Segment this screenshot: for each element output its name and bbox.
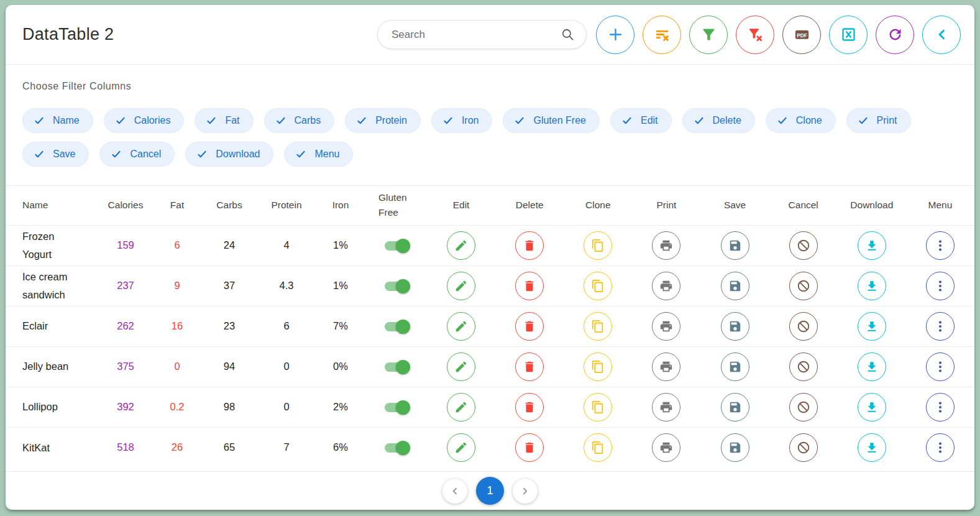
delete-button[interactable] <box>515 393 544 422</box>
chip-label: Iron <box>462 115 479 126</box>
menu-button[interactable] <box>926 272 955 300</box>
clone-button[interactable] <box>584 231 612 260</box>
download-button[interactable] <box>858 352 886 381</box>
filter-chip-fat[interactable]: Fat <box>195 108 253 133</box>
filter-chip-calories[interactable]: Calories <box>104 108 185 133</box>
download-button[interactable] <box>858 272 886 300</box>
save-button[interactable] <box>721 393 749 422</box>
filter-chip-name[interactable]: Name <box>22 108 93 133</box>
print-button[interactable] <box>652 352 680 381</box>
save-button[interactable] <box>721 231 749 260</box>
save-button[interactable] <box>721 272 749 300</box>
export-excel-button[interactable] <box>829 16 868 54</box>
clone-button[interactable] <box>584 433 612 462</box>
clone-button[interactable] <box>584 272 612 300</box>
gluten-free-toggle[interactable] <box>385 443 408 453</box>
download-icon <box>865 239 879 252</box>
edit-button[interactable] <box>447 433 475 462</box>
gluten-free-toggle[interactable] <box>385 403 408 412</box>
next-page-button[interactable] <box>513 479 538 504</box>
menu-button[interactable] <box>926 352 955 381</box>
clear-sort-button[interactable] <box>643 16 681 54</box>
print-button[interactable] <box>652 231 680 260</box>
export-pdf-button[interactable]: PDF <box>782 16 821 54</box>
cancel-button[interactable] <box>789 352 818 381</box>
edit-button[interactable] <box>447 272 475 300</box>
delete-button[interactable] <box>515 312 544 341</box>
cancel-button[interactable] <box>789 433 818 462</box>
gluten-free-toggle[interactable] <box>385 241 408 251</box>
column-header-cancel: Cancel <box>769 186 838 225</box>
filter-icon <box>700 26 717 43</box>
delete-button[interactable] <box>515 272 544 300</box>
delete-button[interactable] <box>515 231 544 260</box>
clone-cell <box>564 225 632 265</box>
menu-button[interactable] <box>926 433 955 462</box>
cancel-button[interactable] <box>789 272 818 300</box>
refresh-button[interactable] <box>876 16 914 54</box>
datatable-card: DataTable 2 PDF Choose Filter Columns Na… <box>6 5 974 510</box>
trash-icon <box>523 279 536 293</box>
search-input[interactable] <box>392 29 561 41</box>
print-button[interactable] <box>652 272 680 300</box>
filter-chip-delete[interactable]: Delete <box>682 108 755 133</box>
download-button[interactable] <box>858 393 886 422</box>
gluten-free-toggle[interactable] <box>385 322 408 331</box>
column-header-delete: Delete <box>495 186 564 225</box>
filter-chip-print[interactable]: Print <box>846 108 911 133</box>
clear-filter-button[interactable] <box>736 16 774 54</box>
clone-button[interactable] <box>584 312 612 341</box>
menu-button[interactable] <box>926 231 955 260</box>
print-button[interactable] <box>652 393 680 422</box>
calories-cell: 375 <box>99 346 152 387</box>
edit-button[interactable] <box>447 352 475 381</box>
menu-button[interactable] <box>926 393 955 422</box>
name-cell: Frozen Yogurt <box>6 225 99 265</box>
filter-chip-menu[interactable]: Menu <box>284 142 353 167</box>
gluten-free-toggle[interactable] <box>385 282 408 291</box>
download-button[interactable] <box>858 433 886 462</box>
edit-cell <box>427 387 495 427</box>
delete-button[interactable] <box>515 352 544 381</box>
collapse-button[interactable] <box>922 16 961 54</box>
clone-button[interactable] <box>584 352 612 381</box>
edit-button[interactable] <box>447 393 475 422</box>
cancel-button[interactable] <box>789 231 818 260</box>
filter-chip-carbs[interactable]: Carbs <box>264 108 335 133</box>
filter-chip-cancel[interactable]: Cancel <box>99 142 175 167</box>
filter-chip-clone[interactable]: Clone <box>766 108 836 133</box>
save-button[interactable] <box>721 312 749 341</box>
floppy-icon <box>728 400 742 414</box>
fat-cell: 6 <box>152 225 202 265</box>
gluten-free-cell <box>365 427 427 468</box>
save-button[interactable] <box>721 433 749 462</box>
print-button[interactable] <box>652 312 680 341</box>
menu-cell <box>906 346 974 387</box>
delete-button[interactable] <box>515 433 544 462</box>
print-button[interactable] <box>652 433 680 462</box>
iron-cell: 2% <box>316 387 365 427</box>
filter-chip-iron[interactable]: Iron <box>431 108 493 133</box>
filter-chip-save[interactable]: Save <box>22 142 89 167</box>
cancel-button[interactable] <box>789 312 818 341</box>
edit-button[interactable] <box>447 231 475 260</box>
current-page-button[interactable]: 1 <box>476 477 504 505</box>
delete-cell <box>495 346 564 387</box>
filter-chip-gluten-free[interactable]: Gluten Free <box>503 108 599 133</box>
filter-chip-edit[interactable]: Edit <box>610 108 672 133</box>
download-button[interactable] <box>858 312 886 341</box>
edit-button[interactable] <box>447 312 475 341</box>
cancel-button[interactable] <box>789 393 818 422</box>
menu-button[interactable] <box>926 312 955 341</box>
clone-button[interactable] <box>584 393 612 422</box>
gluten-free-toggle[interactable] <box>385 362 408 372</box>
download-button[interactable] <box>858 231 886 260</box>
menu-cell <box>906 225 974 265</box>
filter-button[interactable] <box>689 16 728 54</box>
add-row-button[interactable] <box>596 16 634 54</box>
carbs-cell: 24 <box>202 225 257 265</box>
save-button[interactable] <box>721 352 749 381</box>
filter-chip-protein[interactable]: Protein <box>345 108 421 133</box>
prev-page-button[interactable] <box>442 479 467 504</box>
filter-chip-download[interactable]: Download <box>185 142 273 167</box>
